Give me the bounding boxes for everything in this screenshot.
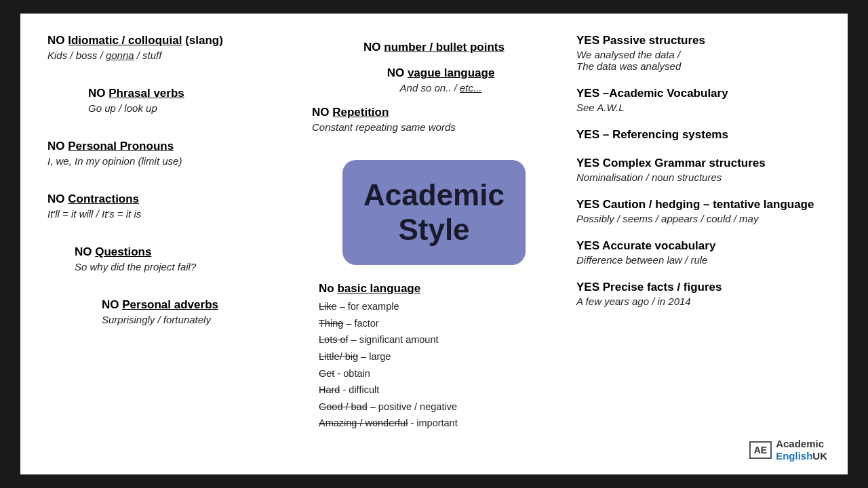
label-vocab: Academic Vocabulary: [609, 87, 728, 100]
logo-area: AE AcademicEnglishUK: [749, 438, 827, 462]
example-accurate: Difference between law / rule: [576, 254, 821, 266]
example-grammar: Nominalisation / noun structures: [576, 171, 821, 183]
right-column: YES Passive structures We analysed the d…: [563, 34, 821, 454]
center-item-repetition: NO Repetition Constant repeating same wo…: [312, 106, 556, 133]
keyword-basic-lang: basic language: [337, 282, 420, 295]
center-column: NO number / bullet points NO vague langu…: [305, 34, 563, 454]
example-caution: Possibly / seems / appears / could / may: [576, 213, 821, 224]
right-item-grammar: YES Complex Grammar structures Nominalis…: [576, 157, 821, 183]
label-passive: Passive structures: [603, 34, 705, 47]
right-item-referencing: YES – Referencing systems: [576, 128, 821, 142]
example-questions: So why did the project fail?: [75, 261, 292, 272]
example-idiomatic: Kids / boss / gonna / stuff: [47, 49, 292, 61]
left-item-idiomatic: NO Idiomatic / colloquial (slang) Kids /…: [47, 34, 292, 61]
keyword-questions: Questions: [95, 245, 151, 258]
logo-box: AE: [749, 441, 772, 459]
example-repetition: Constant repeating same words: [312, 121, 556, 133]
academic-style-box: AcademicStyle: [342, 160, 526, 265]
left-item-questions: NO Questions So why did the project fail…: [75, 245, 292, 272]
academic-style-text: AcademicStyle: [363, 178, 505, 247]
right-item-passive: YES Passive structures We analysed the d…: [576, 34, 821, 72]
label-grammar: Complex Grammar structures: [603, 157, 766, 169]
keyword-bullets: number / bullet points: [384, 41, 505, 54]
label-accurate: Accurate vocabulary: [602, 239, 715, 252]
example-adverbs: Surprisingly / fortunately: [102, 314, 292, 325]
left-column: NO Idiomatic / colloquial (slang) Kids /…: [47, 34, 305, 454]
basic-lang-list: Like – for example Thing – factor Lots o…: [319, 298, 556, 432]
left-item-phrasal: NO Phrasal verbs Go up / look up: [88, 87, 292, 114]
no-label: NO: [47, 34, 68, 47]
label-facts: Precise facts / figures: [603, 281, 722, 293]
logo-text: AcademicEnglishUK: [776, 438, 827, 462]
right-item-caution: YES Caution / hedging – tentative langua…: [576, 198, 821, 224]
center-item-bullets: NO number / bullet points: [312, 41, 556, 54]
example-vague: And so on.. / etc...: [326, 82, 556, 94]
left-item-contractions: NO Contractions It'll = it will / It's =…: [47, 192, 292, 220]
example-passive: We analysed the data /The data was analy…: [576, 49, 821, 72]
left-item-pronouns: NO Personal Pronouns I, we, In my opinio…: [47, 140, 292, 167]
keyword-pronouns: Personal Pronouns: [68, 140, 174, 152]
center-top-items: NO number / bullet points NO vague langu…: [312, 41, 556, 133]
center-item-vague: NO vague language And so on.. / etc...: [326, 66, 556, 94]
right-item-facts: YES Precise facts / figures A few years …: [576, 281, 821, 307]
example-phrasal: Go up / look up: [88, 102, 292, 114]
right-item-vocab: YES –Academic Vocabulary See A.W.L: [576, 87, 821, 113]
rest-idiomatic: (slang): [182, 34, 222, 47]
keyword-repetition: Repetition: [332, 106, 389, 119]
slide: NO Idiomatic / colloquial (slang) Kids /…: [20, 14, 848, 474]
keyword-idiomatic: Idiomatic / colloquial: [68, 34, 182, 47]
keyword-contractions: Contractions: [68, 192, 139, 205]
left-item-adverbs: NO Personal adverbs Surprisingly / fortu…: [102, 298, 292, 325]
keyword-phrasal: Phrasal verbs: [108, 87, 184, 100]
center-item-basic-lang: No basic language Like – for example Thi…: [312, 282, 556, 432]
example-facts: A few years ago / in 2014: [576, 296, 821, 307]
right-item-accurate: YES Accurate vocabulary Difference betwe…: [576, 239, 821, 266]
keyword-vague: vague language: [408, 66, 494, 79]
logo-uk: UK: [812, 450, 827, 462]
label-referencing: Referencing systems: [612, 128, 728, 141]
keyword-adverbs: Personal adverbs: [122, 298, 218, 311]
example-pronouns: I, we, In my opinion (limit use): [47, 155, 292, 167]
example-contractions: It'll = it will / It's = it is: [47, 208, 292, 220]
logo-english: English: [776, 450, 812, 462]
label-caution: Caution / hedging – tentative language: [603, 198, 814, 211]
example-vocab: See A.W.L: [576, 102, 821, 113]
